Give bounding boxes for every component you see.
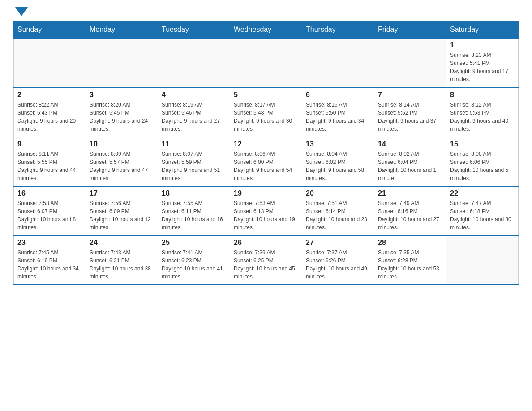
day-info: Sunrise: 8:19 AMSunset: 5:46 PMDaylight:…: [162, 101, 226, 133]
day-number: 4: [162, 91, 226, 99]
header-day-tuesday: Tuesday: [158, 21, 230, 39]
header-day-monday: Monday: [86, 21, 158, 39]
day-info: Sunrise: 8:17 AMSunset: 5:48 PMDaylight:…: [234, 101, 298, 133]
day-info: Sunrise: 8:06 AMSunset: 6:00 PMDaylight:…: [234, 150, 298, 182]
day-number: 8: [450, 91, 515, 99]
calendar-cell: [302, 39, 374, 88]
calendar-cell: 22Sunrise: 7:47 AMSunset: 6:18 PMDayligh…: [446, 186, 519, 235]
calendar-cell: 11Sunrise: 8:07 AMSunset: 5:59 PMDayligh…: [158, 137, 230, 186]
day-info: Sunrise: 8:20 AMSunset: 5:45 PMDaylight:…: [90, 101, 154, 133]
calendar-header-row: SundayMondayTuesdayWednesdayThursdayFrid…: [14, 21, 519, 39]
calendar-cell: 19Sunrise: 7:53 AMSunset: 6:13 PMDayligh…: [230, 186, 302, 235]
header-day-thursday: Thursday: [302, 21, 374, 39]
header-day-saturday: Saturday: [446, 21, 519, 39]
day-info: Sunrise: 7:45 AMSunset: 6:19 PMDaylight:…: [17, 248, 82, 281]
calendar-cell: 27Sunrise: 7:37 AMSunset: 6:26 PMDayligh…: [302, 235, 374, 285]
day-info: Sunrise: 7:43 AMSunset: 6:21 PMDaylight:…: [90, 248, 154, 281]
calendar-cell: 20Sunrise: 7:51 AMSunset: 6:14 PMDayligh…: [302, 186, 374, 235]
day-info: Sunrise: 8:02 AMSunset: 6:04 PMDaylight:…: [378, 150, 442, 182]
calendar-cell: 8Sunrise: 8:12 AMSunset: 5:53 PMDaylight…: [446, 88, 519, 137]
day-info: Sunrise: 8:12 AMSunset: 5:53 PMDaylight:…: [450, 101, 515, 133]
calendar-cell: 10Sunrise: 8:09 AMSunset: 5:57 PMDayligh…: [86, 137, 158, 186]
calendar-cell: 21Sunrise: 7:49 AMSunset: 6:16 PMDayligh…: [374, 186, 446, 235]
day-info: Sunrise: 8:00 AMSunset: 6:06 PMDaylight:…: [450, 150, 515, 182]
calendar-cell: [446, 235, 519, 285]
day-number: 13: [306, 140, 370, 148]
calendar-cell: 16Sunrise: 7:58 AMSunset: 6:07 PMDayligh…: [14, 186, 86, 235]
calendar-cell: 26Sunrise: 7:39 AMSunset: 6:25 PMDayligh…: [230, 235, 302, 285]
day-info: Sunrise: 8:16 AMSunset: 5:50 PMDaylight:…: [306, 101, 370, 133]
header-day-sunday: Sunday: [14, 21, 86, 39]
day-info: Sunrise: 8:09 AMSunset: 5:57 PMDaylight:…: [90, 150, 154, 182]
calendar-table: SundayMondayTuesdayWednesdayThursdayFrid…: [13, 21, 519, 285]
day-number: 6: [306, 91, 370, 99]
calendar-cell: 15Sunrise: 8:00 AMSunset: 6:06 PMDayligh…: [446, 137, 519, 186]
day-info: Sunrise: 7:39 AMSunset: 6:25 PMDaylight:…: [234, 248, 298, 281]
calendar-cell: [158, 39, 230, 88]
day-info: Sunrise: 7:55 AMSunset: 6:11 PMDaylight:…: [162, 199, 226, 231]
calendar-week-1: 2Sunrise: 8:22 AMSunset: 5:43 PMDaylight…: [14, 88, 519, 137]
day-info: Sunrise: 7:51 AMSunset: 6:14 PMDaylight:…: [306, 199, 370, 231]
calendar-cell: 9Sunrise: 8:11 AMSunset: 5:55 PMDaylight…: [14, 137, 86, 186]
day-number: 24: [90, 239, 154, 247]
day-number: 10: [90, 140, 154, 148]
calendar-cell: 28Sunrise: 7:35 AMSunset: 6:28 PMDayligh…: [374, 235, 446, 285]
logo: [13, 9, 28, 16]
calendar-cell: [86, 39, 158, 88]
calendar-body: 1Sunrise: 8:23 AMSunset: 5:41 PMDaylight…: [14, 39, 519, 285]
day-number: 2: [17, 91, 82, 99]
calendar-week-3: 16Sunrise: 7:58 AMSunset: 6:07 PMDayligh…: [14, 186, 519, 235]
day-number: 23: [17, 239, 82, 247]
day-number: 12: [234, 140, 298, 148]
calendar-week-2: 9Sunrise: 8:11 AMSunset: 5:55 PMDaylight…: [14, 137, 519, 186]
day-info: Sunrise: 7:47 AMSunset: 6:18 PMDaylight:…: [450, 199, 515, 231]
day-info: Sunrise: 7:53 AMSunset: 6:13 PMDaylight:…: [234, 199, 298, 231]
day-number: 3: [90, 91, 154, 99]
day-number: 25: [162, 239, 226, 247]
calendar-cell: 5Sunrise: 8:17 AMSunset: 5:48 PMDaylight…: [230, 88, 302, 137]
day-number: 27: [306, 239, 370, 247]
day-number: 9: [17, 140, 82, 148]
day-number: 20: [306, 189, 370, 197]
day-number: 7: [378, 91, 442, 99]
calendar-cell: 1Sunrise: 8:23 AMSunset: 5:41 PMDaylight…: [446, 39, 519, 88]
calendar-cell: 7Sunrise: 8:14 AMSunset: 5:52 PMDaylight…: [374, 88, 446, 137]
calendar-cell: 4Sunrise: 8:19 AMSunset: 5:46 PMDaylight…: [158, 88, 230, 137]
day-info: Sunrise: 7:35 AMSunset: 6:28 PMDaylight:…: [378, 248, 442, 281]
calendar-header: SundayMondayTuesdayWednesdayThursdayFrid…: [14, 21, 519, 39]
day-info: Sunrise: 7:41 AMSunset: 6:23 PMDaylight:…: [162, 248, 226, 281]
day-number: 26: [234, 239, 298, 247]
calendar-cell: 23Sunrise: 7:45 AMSunset: 6:19 PMDayligh…: [14, 235, 86, 285]
day-info: Sunrise: 7:37 AMSunset: 6:26 PMDaylight:…: [306, 248, 370, 281]
calendar-cell: 17Sunrise: 7:56 AMSunset: 6:09 PMDayligh…: [86, 186, 158, 235]
day-info: Sunrise: 7:49 AMSunset: 6:16 PMDaylight:…: [378, 199, 442, 231]
day-info: Sunrise: 8:22 AMSunset: 5:43 PMDaylight:…: [17, 101, 82, 133]
calendar-cell: 12Sunrise: 8:06 AMSunset: 6:00 PMDayligh…: [230, 137, 302, 186]
day-info: Sunrise: 8:23 AMSunset: 5:41 PMDaylight:…: [450, 51, 515, 83]
calendar-week-0: 1Sunrise: 8:23 AMSunset: 5:41 PMDaylight…: [14, 39, 519, 88]
day-number: 15: [450, 140, 515, 148]
day-info: Sunrise: 8:04 AMSunset: 6:02 PMDaylight:…: [306, 150, 370, 182]
page-header: [13, 9, 519, 16]
day-number: 21: [378, 189, 442, 197]
logo-triangle-icon: [15, 7, 28, 16]
calendar-cell: 18Sunrise: 7:55 AMSunset: 6:11 PMDayligh…: [158, 186, 230, 235]
day-number: 14: [378, 140, 442, 148]
calendar-cell: 25Sunrise: 7:41 AMSunset: 6:23 PMDayligh…: [158, 235, 230, 285]
calendar-cell: [230, 39, 302, 88]
day-info: Sunrise: 8:11 AMSunset: 5:55 PMDaylight:…: [17, 150, 82, 182]
day-number: 18: [162, 189, 226, 197]
calendar-cell: 14Sunrise: 8:02 AMSunset: 6:04 PMDayligh…: [374, 137, 446, 186]
calendar-cell: 6Sunrise: 8:16 AMSunset: 5:50 PMDaylight…: [302, 88, 374, 137]
header-day-wednesday: Wednesday: [230, 21, 302, 39]
calendar-cell: 3Sunrise: 8:20 AMSunset: 5:45 PMDaylight…: [86, 88, 158, 137]
calendar-cell: 24Sunrise: 7:43 AMSunset: 6:21 PMDayligh…: [86, 235, 158, 285]
day-number: 28: [378, 239, 442, 247]
day-info: Sunrise: 7:58 AMSunset: 6:07 PMDaylight:…: [17, 199, 82, 231]
calendar-cell: [374, 39, 446, 88]
calendar-cell: [14, 39, 86, 88]
calendar-week-4: 23Sunrise: 7:45 AMSunset: 6:19 PMDayligh…: [14, 235, 519, 285]
day-number: 22: [450, 189, 515, 197]
calendar-cell: 2Sunrise: 8:22 AMSunset: 5:43 PMDaylight…: [14, 88, 86, 137]
day-info: Sunrise: 8:14 AMSunset: 5:52 PMDaylight:…: [378, 101, 442, 133]
